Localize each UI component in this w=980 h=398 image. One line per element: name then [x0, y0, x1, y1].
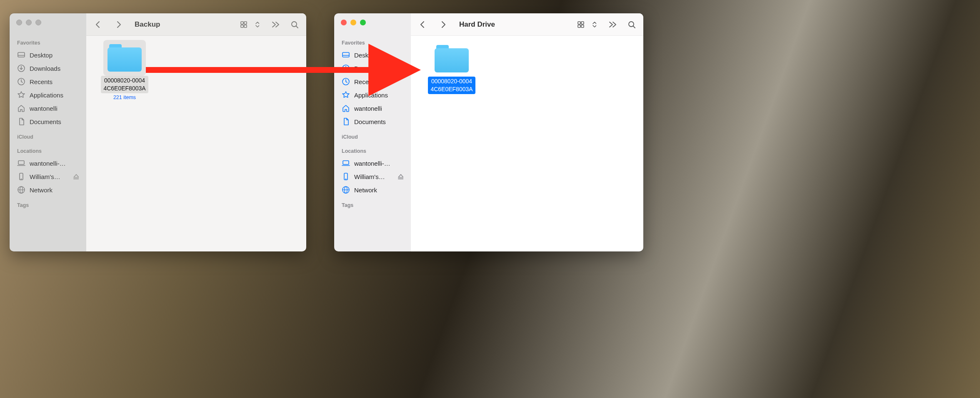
content-area[interactable]: 00008020-00044C6E0EF8003A 221 items — [86, 36, 306, 251]
home-icon — [17, 104, 25, 112]
sidebar-heading-locations: Locations — [10, 142, 86, 157]
sidebar-item-apps[interactable]: Applications — [334, 88, 411, 102]
sidebar-item-label: wantonelli — [354, 105, 382, 112]
sidebar-item-download[interactable]: Downloads — [334, 62, 411, 75]
doc-icon — [17, 117, 25, 126]
sidebar-item-home[interactable]: wantonelli — [334, 102, 411, 115]
view-switcher-icon[interactable] — [251, 20, 261, 30]
search-icon[interactable] — [290, 20, 300, 30]
laptop-icon — [342, 159, 350, 167]
sidebar-item-label: Desktop — [354, 52, 377, 59]
sidebar-item-label: Documents — [354, 118, 386, 125]
sidebar-heading-tags: Tags — [10, 197, 86, 211]
sidebar-item-doc[interactable]: Documents — [334, 115, 411, 128]
sidebar-item-label: wantonelli-… — [354, 160, 390, 167]
back-button[interactable] — [93, 20, 103, 30]
zoom-icon[interactable] — [360, 20, 366, 25]
sidebar-item-clock[interactable]: Recents — [10, 75, 86, 88]
clock-icon — [342, 77, 350, 86]
sidebar-heading-favorites: Favorites — [334, 34, 411, 48]
sidebar-item-label: Network — [354, 187, 377, 194]
desktop-icon — [342, 51, 350, 59]
view-switcher-icon[interactable] — [588, 20, 598, 30]
zoom-icon[interactable] — [35, 20, 41, 25]
eject-icon[interactable] — [72, 173, 79, 181]
download-icon — [17, 64, 25, 72]
sidebar-heading-icloud: iCloud — [334, 128, 411, 142]
view-icon-grid[interactable] — [576, 20, 586, 30]
finder-window-harddrive: Favorites DesktopDownloadsRecentsApplica… — [334, 13, 643, 251]
window-title: Hard Drive — [459, 20, 495, 29]
minimize-icon[interactable] — [26, 20, 32, 25]
sidebar-item-globe[interactable]: Network — [10, 183, 86, 197]
main-pane: Hard Drive 00008020-00044C6E0EF8003A — [411, 13, 643, 251]
sidebar-item-label: wantonelli — [30, 105, 58, 112]
sidebar-item-phone[interactable]: William's… — [10, 170, 86, 183]
sidebar-heading-icloud: iCloud — [10, 128, 86, 142]
sidebar-heading-locations: Locations — [334, 142, 411, 157]
sidebar-item-desktop[interactable]: Desktop — [334, 48, 411, 62]
folder-icon — [107, 43, 142, 72]
sidebar-item-label: Recents — [30, 78, 52, 85]
view-icon-grid[interactable] — [239, 20, 249, 30]
laptop-icon — [17, 159, 25, 167]
toolbar-overflow-icon[interactable] — [608, 20, 618, 30]
sidebar-item-download[interactable]: Downloads — [10, 62, 86, 75]
sidebar-item-label: Network — [30, 187, 52, 194]
traffic-lights — [341, 20, 366, 25]
sidebar-item-globe[interactable]: Network — [334, 183, 411, 197]
main-pane: Backup 00008020-00044C6E0EF8003A 221 ite… — [86, 13, 306, 251]
toolbar-overflow-icon[interactable] — [270, 20, 280, 30]
folder-icon — [434, 44, 470, 73]
folder-item[interactable]: 00008020-00044C6E0EF8003A — [422, 44, 481, 94]
globe-icon — [17, 186, 25, 194]
finder-window-backup: Favorites DesktopDownloadsRecentsApplica… — [10, 13, 306, 251]
sidebar-heading-favorites: Favorites — [10, 34, 86, 48]
sidebar-item-phone[interactable]: William's… — [334, 170, 411, 183]
sidebar-item-label: Downloads — [354, 65, 385, 72]
forward-button[interactable] — [438, 20, 448, 30]
toolbar: Backup — [86, 13, 306, 36]
sidebar-item-label: William's… — [30, 173, 60, 180]
sidebar-item-doc[interactable]: Documents — [10, 115, 86, 128]
eject-icon[interactable] — [397, 173, 403, 181]
sidebar: Favorites DesktopDownloadsRecentsApplica… — [10, 13, 86, 251]
sidebar-item-label: wantonelli-… — [30, 160, 66, 167]
folder-name: 00008020-00044C6E0EF8003A — [428, 77, 475, 94]
sidebar-item-label: William's… — [354, 173, 385, 180]
apps-icon — [17, 91, 25, 99]
sidebar-item-laptop[interactable]: wantonelli-… — [334, 157, 411, 170]
sidebar-heading-tags: Tags — [334, 197, 411, 211]
search-icon[interactable] — [627, 20, 637, 30]
sidebar-item-apps[interactable]: Applications — [10, 88, 86, 102]
sidebar-item-label: Desktop — [30, 52, 52, 59]
doc-icon — [342, 117, 350, 126]
traffic-lights — [16, 20, 41, 25]
sidebar-item-clock[interactable]: Recents — [334, 75, 411, 88]
sidebar-item-laptop[interactable]: wantonelli-… — [10, 157, 86, 170]
minimize-icon[interactable] — [350, 20, 356, 25]
forward-button[interactable] — [114, 20, 124, 30]
sidebar-item-desktop[interactable]: Desktop — [10, 48, 86, 62]
content-area[interactable]: 00008020-00044C6E0EF8003A — [411, 36, 643, 251]
folder-item[interactable]: 00008020-00044C6E0EF8003A 221 items — [95, 43, 154, 100]
close-icon[interactable] — [16, 20, 22, 25]
phone-icon — [17, 172, 25, 181]
sidebar: Favorites DesktopDownloadsRecentsApplica… — [334, 13, 411, 251]
locations-list: wantonelli-…William's…Network — [10, 157, 86, 197]
sidebar-item-label: Recents — [354, 78, 377, 85]
desktop-icon — [17, 51, 25, 59]
favorites-list: DesktopDownloadsRecentsApplicationswanto… — [334, 48, 411, 128]
folder-name: 00008020-00044C6E0EF8003A — [101, 76, 148, 93]
locations-list: wantonelli-…William's…Network — [334, 157, 411, 197]
home-icon — [342, 104, 350, 112]
sidebar-item-label: Documents — [30, 118, 61, 125]
download-icon — [342, 64, 350, 72]
window-title: Backup — [135, 20, 160, 29]
close-icon[interactable] — [341, 20, 347, 25]
sidebar-item-home[interactable]: wantonelli — [10, 102, 86, 115]
folder-subtitle: 221 items — [113, 95, 136, 100]
back-button[interactable] — [418, 20, 428, 30]
sidebar-item-label: Downloads — [30, 65, 60, 72]
globe-icon — [342, 186, 350, 194]
